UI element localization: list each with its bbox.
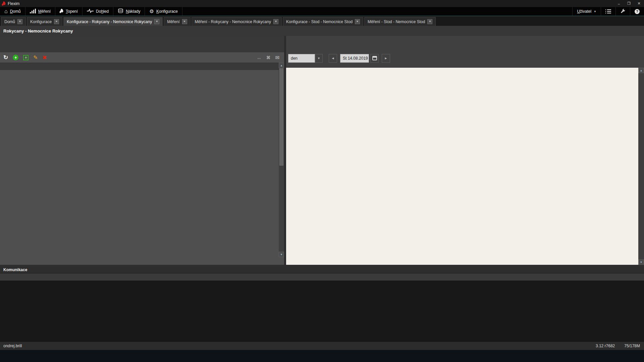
calendar-icon (372, 56, 377, 60)
add-table-icon[interactable]: + (23, 55, 29, 60)
menu-item-label: Domů (10, 9, 21, 14)
tab-close-icon[interactable]: ✕ (54, 19, 59, 24)
menu-item-label: Topení (66, 9, 78, 14)
scroll-down-icon[interactable]: ▼ (279, 252, 284, 257)
menu-item-náklady[interactable]: Náklady (113, 7, 145, 16)
statusbar: ondrej.brill 3.12 r7682 75/178M (0, 342, 644, 350)
tab[interactable]: Domů✕ (1, 17, 26, 26)
scroll-thumb[interactable] (279, 68, 283, 166)
taskbar (0, 350, 644, 362)
tab-label: Měření - Stod - Nemocnice Stod (368, 19, 425, 24)
chart-controls: den ▼ ◄ St 14.08.2019 ► (288, 54, 390, 63)
chevron-down-icon: ▼ (594, 10, 596, 13)
tab[interactable]: Konfigurace - Stod - Nemocnice Stod✕ (283, 17, 363, 26)
menu-item-label: Měření (38, 9, 51, 14)
menubar: ⌂DomůMěřeníTopeníDohledNáklady⚙Konfigura… (0, 7, 644, 16)
device-toolbar: ↻ + + ✎ ✖ ↔ ✖ ✉ (0, 52, 284, 63)
scroll-up-icon[interactable]: ▲ (279, 63, 284, 68)
user-menu[interactable]: Uživatel ▼ (572, 7, 601, 16)
device-table-header (0, 63, 284, 70)
tools-button[interactable] (615, 7, 630, 16)
chart-bars-icon (30, 9, 36, 14)
tab-label: Měření - Rokycany - Nemocnice Rokycany (195, 19, 271, 24)
memory-label: 75/178M (624, 344, 640, 348)
wrench-icon (620, 8, 626, 15)
chevron-down-icon: ▼ (317, 57, 320, 60)
tab-label: Domů (4, 19, 15, 24)
tab[interactable]: Měření✕ (164, 17, 190, 26)
edit-pencil-icon[interactable]: ✎ (33, 54, 38, 61)
menu-item-domů[interactable]: ⌂Domů (0, 7, 25, 16)
help-button[interactable]: ? (630, 7, 644, 16)
date-input[interactable]: St 14.08.2019 (340, 54, 369, 63)
tabstrip: Domů✕Konfigurace✕Konfigurace - Rokycany … (0, 16, 644, 26)
menu-item-label: Konfigurace (156, 9, 178, 14)
tab-label: Konfigurace (30, 19, 52, 24)
device-panel: ↻ + + ✎ ✖ ↔ ✖ ✉ ▲ ▼ (0, 36, 284, 265)
period-select[interactable]: den (288, 54, 315, 63)
pulse-icon (87, 8, 94, 14)
close-button[interactable]: ✕ (634, 0, 644, 7)
user-menu-label: Uživatel (577, 9, 591, 14)
tab-close-icon[interactable]: ✕ (154, 19, 159, 24)
period-dropdown-button[interactable]: ▼ (315, 54, 323, 63)
tab-close-icon[interactable]: ✕ (17, 19, 22, 24)
date-value: St 14.08.2019 (343, 56, 368, 61)
tab[interactable]: Měření - Rokycany - Nemocnice Rokycany✕ (192, 17, 282, 26)
window-title: Flexim (8, 1, 19, 6)
home-icon: ⌂ (4, 9, 8, 14)
scroll-down-icon[interactable]: ▼ (638, 259, 644, 265)
flame-icon (60, 9, 63, 14)
tab-label: Konfigurace - Stod - Nemocnice Stod (286, 19, 353, 24)
tab-label: Konfigurace - Rokycany - Nemocnice Rokyc… (67, 19, 152, 24)
tab-close-icon[interactable]: ✕ (427, 19, 432, 24)
tab[interactable]: Konfigurace✕ (27, 17, 62, 26)
komunikace-panel: Komunikace (0, 265, 644, 342)
mail-icon[interactable]: ✉ (275, 55, 279, 61)
menu-item-label: Náklady (126, 9, 140, 14)
tab[interactable]: Měření - Stod - Nemocnice Stod✕ (364, 17, 436, 26)
menu-item-dohled[interactable]: Dohled (83, 7, 113, 16)
list-icon (605, 9, 611, 13)
flexim-window: Flexim – ❐ ✕ ⌂DomůMěřeníTopeníDohledNákl… (0, 0, 644, 362)
clear-icon[interactable]: ✖ (266, 55, 271, 61)
delete-icon[interactable]: ✖ (43, 55, 47, 61)
chart-panel: den ▼ ◄ St 14.08.2019 ► (286, 36, 644, 265)
maximize-button[interactable]: ❐ (624, 0, 634, 7)
minimize-button[interactable]: – (614, 0, 624, 7)
breadcrumb: Rokycany - Nemocnice Rokycany (0, 26, 644, 36)
logged-user: ondrej.brill (3, 344, 22, 348)
komunikace-title: Komunikace (0, 266, 644, 274)
titlebar: Flexim – ❐ ✕ (0, 0, 644, 7)
scroll-up-icon[interactable]: ▲ (638, 68, 644, 73)
tab[interactable]: Konfigurace - Rokycany - Nemocnice Rokyc… (63, 17, 163, 26)
prev-day-button[interactable]: ◄ (329, 54, 337, 63)
device-table-scrollbar[interactable]: ▲ ▼ (279, 63, 284, 257)
tab-close-icon[interactable]: ✕ (273, 19, 278, 24)
next-day-button[interactable]: ► (382, 54, 390, 63)
menu-item-label: Dohled (96, 9, 109, 14)
menu-item-měření[interactable]: Měření (25, 7, 55, 16)
window-controls: – ❐ ✕ (614, 0, 644, 7)
add-circle-icon[interactable]: + (13, 55, 18, 60)
tab-close-icon[interactable]: ✕ (182, 19, 187, 24)
list-button[interactable] (601, 7, 615, 16)
version-label: 3.12 r7682 (596, 344, 615, 348)
chart (286, 68, 638, 265)
tab-label: Měření (167, 19, 179, 24)
calendar-button[interactable] (370, 54, 379, 63)
komunikace-header (0, 274, 644, 281)
resize-horizontal-icon[interactable]: ↔ (257, 55, 262, 60)
period-value: den (291, 56, 298, 61)
gear-icon: ⚙ (149, 9, 154, 14)
tab-close-icon[interactable]: ✕ (355, 19, 360, 24)
menu-item-konfigurace[interactable]: ⚙Konfigurace (145, 7, 182, 16)
refresh-icon[interactable]: ↻ (3, 55, 8, 60)
coins-icon (118, 8, 123, 14)
menu-item-topení[interactable]: Topení (55, 7, 83, 16)
app-logo-flame-icon (2, 1, 6, 6)
help-icon: ? (635, 9, 640, 14)
chart-scrollbar[interactable]: ▲ ▼ (638, 68, 644, 265)
